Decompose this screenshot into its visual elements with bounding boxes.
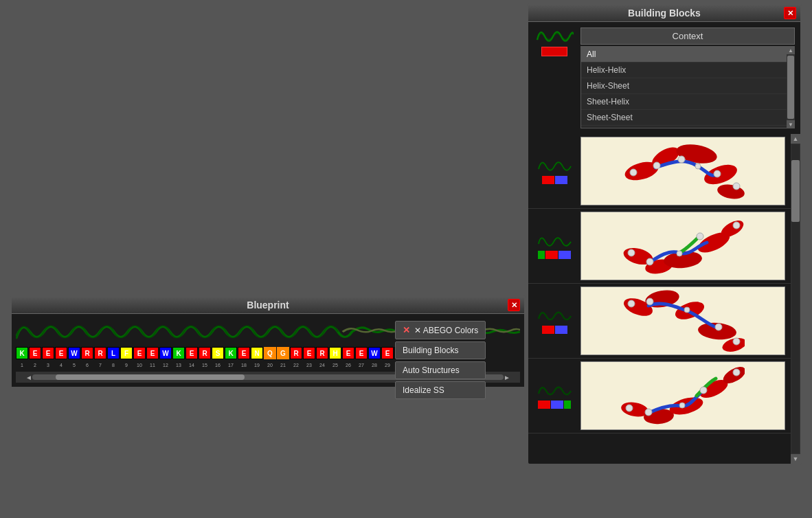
seq-cell-16: S bbox=[212, 347, 224, 359]
bb-top-icon bbox=[534, 27, 575, 128]
bb-item-4[interactable] bbox=[528, 359, 791, 433]
seq-cell-9: F bbox=[120, 347, 133, 359]
mol-svg-4 bbox=[621, 361, 745, 430]
num-cell-2: 2 bbox=[29, 361, 41, 369]
seq-cell-1: K bbox=[16, 347, 28, 359]
svg-point-40 bbox=[733, 369, 740, 376]
bb-helix-icon-2 bbox=[537, 233, 572, 248]
bb-list-scrollable bbox=[528, 134, 800, 464]
seq-cell-20: Q bbox=[264, 347, 276, 359]
context-list[interactable]: AllHelix-HelixHelix-SheetSheet-HelixShee… bbox=[580, 46, 795, 128]
seq-cell-18: E bbox=[238, 347, 250, 359]
svg-point-10 bbox=[733, 183, 740, 190]
mol-svg-3 bbox=[621, 286, 745, 355]
seq-cell-11: E bbox=[146, 347, 159, 359]
svg-point-6 bbox=[653, 162, 660, 169]
bb-item-1[interactable] bbox=[528, 134, 791, 209]
blueprint-close-button[interactable]: ✕ bbox=[508, 299, 520, 311]
svg-point-36 bbox=[626, 405, 633, 412]
bb-helix-icon-4 bbox=[537, 383, 572, 398]
context-item-0[interactable]: All bbox=[581, 47, 794, 63]
bb-close-button[interactable]: ✕ bbox=[784, 7, 796, 19]
context-column: Context AllHelix-HelixHelix-SheetSheet-H… bbox=[580, 27, 795, 128]
scroll-left-arrow[interactable]: ◄ bbox=[25, 374, 32, 381]
num-cell-3: 3 bbox=[42, 361, 54, 369]
seq-cell-14: E bbox=[185, 347, 198, 359]
abego-label: ✕ ABEGO Colors bbox=[414, 326, 478, 335]
seq-cell-21: G bbox=[277, 347, 289, 359]
num-cell-12: 12 bbox=[159, 361, 172, 369]
block-blue-1 bbox=[555, 176, 567, 184]
svg-point-8 bbox=[695, 164, 701, 169]
bb-top-section: Context AllHelix-HelixHelix-SheetSheet-H… bbox=[528, 22, 800, 134]
num-cell-5: 5 bbox=[68, 361, 80, 369]
auto-structures-button[interactable]: Auto Structures bbox=[395, 361, 486, 379]
num-cell-8: 8 bbox=[107, 361, 120, 369]
mol-svg-1 bbox=[621, 137, 745, 205]
num-cell-11: 11 bbox=[146, 361, 159, 369]
block-red-4 bbox=[538, 401, 550, 409]
context-item-1[interactable]: Helix-Helix bbox=[581, 63, 794, 78]
block-blue-4 bbox=[551, 401, 563, 409]
building-blocks-window: Building Blocks ✕ Context AllHelix-Helix… bbox=[527, 3, 802, 465]
block-green-4 bbox=[564, 401, 571, 409]
num-cell-18: 18 bbox=[238, 361, 250, 369]
seq-cell-23: E bbox=[303, 347, 315, 359]
num-cell-14: 14 bbox=[185, 361, 198, 369]
top-red-block bbox=[541, 47, 567, 56]
svg-point-4 bbox=[717, 183, 745, 201]
bb-item-1-icon bbox=[534, 158, 575, 184]
bb-item-3[interactable] bbox=[528, 284, 791, 359]
svg-point-29 bbox=[715, 324, 722, 330]
num-cell-17: 17 bbox=[225, 361, 237, 369]
bb-list-container: ▲ ▼ bbox=[528, 134, 800, 464]
mol-svg-2 bbox=[621, 212, 745, 280]
seq-cell-15: R bbox=[199, 347, 211, 359]
bb-scroll-thumb bbox=[791, 160, 800, 222]
svg-point-37 bbox=[645, 409, 652, 416]
num-cell-27: 27 bbox=[355, 361, 368, 369]
scrollbar-thumb[interactable] bbox=[56, 374, 244, 380]
svg-point-16 bbox=[628, 249, 635, 256]
bb-item-3-icon bbox=[534, 308, 575, 334]
scroll-right-arrow[interactable]: ► bbox=[504, 374, 510, 381]
num-cell-22: 22 bbox=[290, 361, 302, 369]
bb-item-2[interactable] bbox=[528, 209, 791, 284]
ctx-scroll-up[interactable]: ▲ bbox=[787, 46, 795, 54]
block-red-3 bbox=[542, 326, 554, 334]
seq-cell-4: E bbox=[55, 347, 67, 359]
bb-blocks-2 bbox=[538, 251, 571, 259]
building-blocks-menu-button[interactable]: Building Blocks bbox=[395, 341, 486, 359]
seq-cell-24: R bbox=[316, 347, 328, 359]
svg-point-9 bbox=[714, 170, 721, 177]
block-green-2 bbox=[538, 251, 545, 259]
bb-scroll-down[interactable]: ▼ bbox=[791, 454, 800, 464]
context-item-4[interactable]: Sheet-Sheet bbox=[581, 110, 794, 126]
svg-point-5 bbox=[630, 169, 637, 176]
top-helix-icon bbox=[536, 27, 574, 43]
block-blue-3 bbox=[555, 326, 567, 334]
svg-point-27 bbox=[646, 298, 653, 305]
building-blocks-label: Building Blocks bbox=[403, 346, 458, 355]
bb-blocks-3 bbox=[542, 326, 567, 334]
num-cell-19: 19 bbox=[251, 361, 263, 369]
bb-preview-4 bbox=[580, 361, 785, 430]
svg-point-30 bbox=[733, 338, 740, 345]
ctx-scroll-down[interactable]: ▼ bbox=[787, 120, 795, 128]
seq-cell-8: L bbox=[107, 347, 120, 359]
num-cell-26: 26 bbox=[342, 361, 354, 369]
context-item-3[interactable]: Sheet-Helix bbox=[581, 94, 794, 110]
bb-item-4-icon bbox=[534, 383, 575, 409]
bb-helix-icon-3 bbox=[537, 308, 572, 323]
svg-point-17 bbox=[646, 258, 653, 265]
abego-colors-button[interactable]: ✕ ✕ ABEGO Colors bbox=[395, 321, 486, 339]
num-cell-1: 1 bbox=[16, 361, 28, 369]
svg-point-7 bbox=[678, 156, 685, 163]
context-item-2[interactable]: Helix-Sheet bbox=[581, 78, 794, 94]
idealize-ss-button[interactable]: Idealize SS bbox=[395, 381, 486, 399]
bb-blocks-1 bbox=[542, 176, 567, 184]
seq-cell-7: R bbox=[94, 347, 106, 359]
bb-scroll-up[interactable]: ▲ bbox=[791, 134, 800, 144]
idealize-ss-label: Idealize SS bbox=[403, 385, 444, 395]
svg-point-18 bbox=[677, 251, 682, 256]
